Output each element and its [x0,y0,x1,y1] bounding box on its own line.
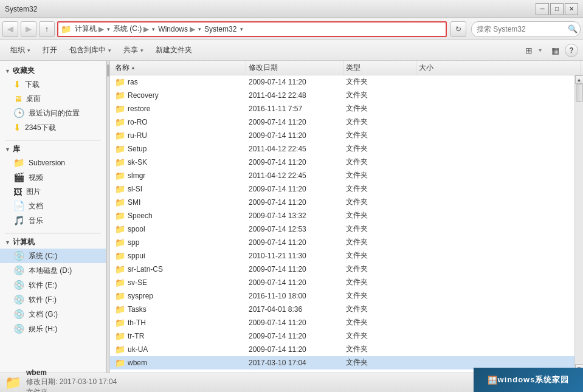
maximize-button[interactable]: □ [550,3,564,15]
file-type: 文件夹 [343,264,416,274]
breadcrumb-arrow-4[interactable]: ▾ [238,22,245,36]
scroll-up-arrow[interactable]: ▲ [575,75,584,84]
search-input[interactable] [477,25,568,33]
sidebar-item-desktop[interactable]: 🖥 桌面 [0,92,106,106]
file-type: 文件夹 [343,224,416,234]
sidebar-item-subversion[interactable]: 📁 Subversion [0,156,106,170]
scroll-thumb[interactable] [576,84,583,102]
view-options-button[interactable]: ⊞ [520,43,537,58]
videos-label: 视频 [29,173,43,183]
organize-button[interactable]: 组织 ▾ [5,43,36,58]
breadcrumb-arrow-2[interactable]: ▾ [150,22,157,36]
table-row[interactable]: 📁 tr-TR 2009-07-14 11:20 文件夹 [110,329,574,343]
sidebar-item-c-drive[interactable]: 💿 系统 (C:) [0,249,106,263]
recent-label: 最近访问的位置 [29,108,80,119]
include-library-button[interactable]: 包含到库中 ▾ [64,43,117,58]
breadcrumb-arrow-1[interactable]: ▾ [105,22,112,36]
new-folder-button[interactable]: 新建文件夹 [150,43,198,58]
breadcrumb-arrow-3[interactable]: ▾ [196,22,203,36]
table-row[interactable]: 📁 sr-Latn-CS 2009-07-14 11:20 文件夹 [110,263,574,276]
table-row[interactable]: 📁 Recovery 2011-04-12 22:48 文件夹 [110,89,574,102]
file-date: 2009-07-14 11:20 [246,158,343,167]
col-header-size[interactable]: 大小 [416,61,581,75]
file-name: restore [128,105,150,113]
table-row[interactable]: 📁 Tasks 2017-04-01 8:36 文件夹 [110,303,574,316]
file-name: sppui [128,252,145,260]
file-date: 2010-11-21 11:30 [246,252,343,260]
table-row[interactable]: 📁 ras 2009-07-14 11:20 文件夹 [110,75,574,89]
back-button[interactable]: ◀ [2,21,18,37]
favorites-header[interactable]: ▼ 收藏夹 [0,64,106,77]
table-row[interactable]: 📁 ru-RU 2009-07-14 11:20 文件夹 [110,129,574,142]
table-row[interactable]: 📁 Speech 2009-07-14 13:32 文件夹 [110,209,574,222]
share-button[interactable]: 共享 ▾ [118,43,149,58]
sidebar-item-videos[interactable]: 🎬 视频 [0,170,106,185]
pictures-icon: 🖼 [13,187,22,197]
close-button[interactable]: ✕ [565,3,578,15]
table-row[interactable]: 📁 sysprep 2016-11-10 18:00 文件夹 [110,289,574,303]
table-row[interactable]: 📁 restore 2016-11-11 7:57 文件夹 [110,102,574,115]
sidebar-item-pictures[interactable]: 🖼 图片 [0,185,106,199]
search-bar[interactable]: 🔍 [471,21,581,37]
sidebar-item-download[interactable]: ⬇ 下载 [0,77,106,92]
sort-arrow: ▲ [131,65,136,70]
table-row[interactable]: 📁 spool 2009-07-14 12:53 文件夹 [110,222,574,236]
table-row[interactable]: 📁 SMI 2009-07-14 11:20 文件夹 [110,196,574,209]
scroll-track[interactable] [575,84,583,364]
computer-header[interactable]: ▼ 计算机 [0,236,106,249]
table-row[interactable]: 📁 sv-SE 2009-07-14 11:20 文件夹 [110,276,574,289]
sidebar-item-d-drive[interactable]: 💿 本地磁盘 (D:) [0,263,106,278]
table-row[interactable]: 📁 th-TH 2009-07-14 11:20 文件夹 [110,316,574,329]
libraries-header[interactable]: ▼ 库 [0,143,106,156]
view-dropdown-arrow[interactable]: ▾ [539,47,542,53]
table-row[interactable]: 📁 sppui 2010-11-21 11:30 文件夹 [110,249,574,263]
desktop-label: 桌面 [26,94,41,104]
include-label: 包含到库中 [69,45,106,55]
sidebar-item-g-drive[interactable]: 💿 文档 (G:) [0,307,106,322]
sidebar-item-f-drive[interactable]: 💿 软件 (F:) [0,292,106,307]
refresh-button[interactable]: ↻ [450,21,466,37]
table-row[interactable]: 📁 Setup 2011-04-12 22:45 文件夹 [110,142,574,156]
d-drive-label: 本地磁盘 (D:) [29,266,72,276]
sidebar-item-e-drive[interactable]: 💿 软件 (E:) [0,278,106,292]
file-date: 2009-07-14 11:20 [246,78,343,86]
sidebar-item-h-drive[interactable]: 💿 娱乐 (H:) [0,322,106,336]
file-type: 文件夹 [343,304,416,314]
sidebar-item-2345download[interactable]: ⬇ 2345下载 [0,120,106,135]
folder-icon: 📁 [115,304,125,314]
col-header-type[interactable]: 类型 [343,61,416,75]
open-button[interactable]: 打开 [37,43,63,58]
sidebar-item-recent[interactable]: 🕒 最近访问的位置 [0,106,106,120]
minimize-button[interactable]: ─ [536,3,549,15]
table-row[interactable]: 📁 sk-SK 2009-07-14 11:20 文件夹 [110,156,574,169]
help-button[interactable]: ? [565,44,578,57]
table-row[interactable]: 📁 slmgr 2011-04-12 22:45 文件夹 [110,169,574,182]
table-row[interactable]: 📁 spp 2009-07-14 11:20 文件夹 [110,236,574,249]
table-row[interactable]: 📁 uk-UA 2009-07-14 11:20 文件夹 [110,343,574,356]
view-toggle-button[interactable]: ▦ [547,43,564,58]
forward-button[interactable]: ▶ [21,21,36,37]
address-bar[interactable]: 📁 计算机 ▶ ▾ 系统 (C:) ▶ ▾ Windows ▶ ▾ System… [57,21,447,37]
computer-arrow: ▼ [5,239,10,246]
favorites-label: 收藏夹 [13,66,35,76]
breadcrumb-computer[interactable]: 计算机 [74,22,98,36]
col-header-name[interactable]: 名称 ▲ [112,61,246,75]
file-name: spool [128,225,145,233]
table-row[interactable]: 📁 sl-SI 2009-07-14 11:20 文件夹 [110,182,574,196]
sidebar-item-music[interactable]: 🎵 音乐 [0,213,106,228]
file-name: ras [128,78,138,86]
search-icon[interactable]: 🔍 [568,24,578,33]
music-label: 音乐 [29,216,43,226]
breadcrumb-windows[interactable]: Windows [157,22,189,36]
up-button[interactable]: ↑ [39,21,55,37]
breadcrumb-system32[interactable]: System32 [203,22,238,36]
sidebar-scroll-thumb[interactable] [107,64,109,77]
videos-icon: 🎬 [13,172,25,183]
col-header-date[interactable]: 修改日期 [246,61,343,75]
favorites-arrow: ▼ [5,68,10,74]
sidebar-item-documents[interactable]: 📄 文档 [0,199,106,213]
e-drive-icon: 💿 [13,280,25,291]
vertical-scrollbar[interactable]: ▲ ▼ [574,75,583,373]
breadcrumb-drive[interactable]: 系统 (C:) [112,22,143,36]
table-row[interactable]: 📁 ro-RO 2009-07-14 11:20 文件夹 [110,115,574,129]
